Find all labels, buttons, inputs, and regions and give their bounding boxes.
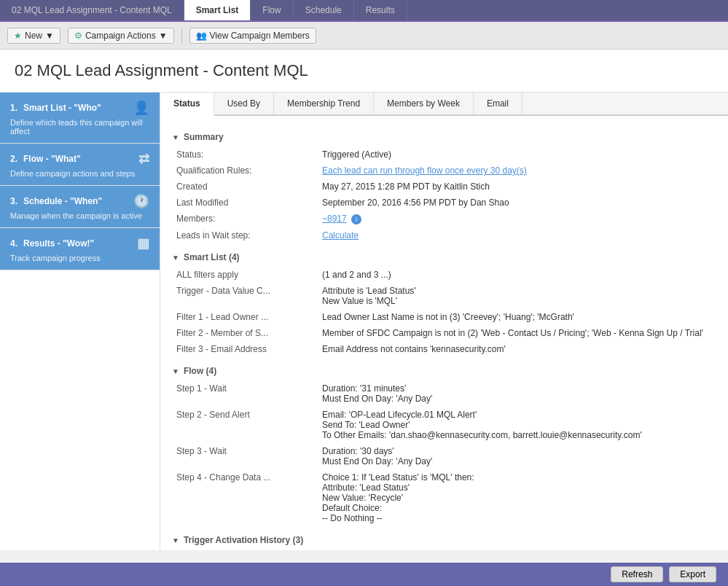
step-2-desc: Define campaign actions and steps <box>10 169 149 178</box>
subtab-members-by-week[interactable]: Members by Week <box>374 93 474 114</box>
trigger-value: Attribute is 'Lead Status' New Value is … <box>318 283 716 309</box>
view-members-button[interactable]: 👥 View Campaign Members <box>189 28 316 44</box>
tab-smart-list[interactable]: Smart List <box>184 0 251 20</box>
flow-table: Step 1 - Wait Duration: '31 minutes' Mus… <box>172 380 716 526</box>
created-value: May 27, 2015 1:28 PM PDT by Kaitlin Stic… <box>318 179 716 195</box>
trigger-history-table: July 8, 2015 1:21 PM P... activated July… <box>172 550 716 550</box>
table-row: Members: ~8917 i <box>172 211 716 227</box>
flow-section-header[interactable]: ▼ Flow (4) <box>172 366 716 376</box>
filter2-label: Filter 2 - Member of S... <box>172 325 318 341</box>
table-row: Step 2 - Send Alert Email: 'OP-Lead Life… <box>172 407 716 443</box>
history-status-1: activated <box>318 550 716 550</box>
table-row: July 8, 2015 1:21 PM P... activated <box>172 550 716 550</box>
summary-content: ▼ Summary Status: Triggered (Active) Qua… <box>160 116 728 550</box>
step-3-number: 3. <box>10 196 17 206</box>
table-row: Filter 2 - Member of S... Member of SFDC… <box>172 325 716 341</box>
table-row: Filter 1 - Lead Owner ... Lead Owner Las… <box>172 309 716 325</box>
members-info-icon[interactable]: i <box>351 214 361 224</box>
table-row: Last Modified September 20, 2016 4:56 PM… <box>172 195 716 211</box>
step1-value: Duration: '31 minutes' Must End On Day: … <box>318 380 716 407</box>
step3-label: Step 3 - Wait <box>172 443 318 469</box>
table-row: Qualification Rules: Each lead can run t… <box>172 163 716 179</box>
filter1-value: Lead Owner Last Name is not in (3) 'Cree… <box>318 309 716 325</box>
flow-icon: ⇄ <box>138 151 149 167</box>
qual-rules-link[interactable]: Each lead can run through flow once ever… <box>322 165 527 176</box>
step4-label: Step 4 - Change Data ... <box>172 469 318 526</box>
qual-rules-label: Qualification Rules: <box>172 163 318 179</box>
last-modified-label: Last Modified <box>172 195 318 211</box>
new-icon: ★ <box>14 31 22 41</box>
step-1-desc: Define which leads this campaign will af… <box>10 118 149 136</box>
sidebar: 1. Smart List - "Who" 👤 Define which lea… <box>0 93 160 550</box>
campaign-actions-button[interactable]: ⚙ Campaign Actions ▼ <box>68 28 174 44</box>
trigger-history-section-header[interactable]: ▼ Trigger Activation History (3) <box>172 535 716 545</box>
subtab-membership-trend[interactable]: Membership Trend <box>274 93 374 114</box>
flow-collapse-icon: ▼ <box>172 367 179 375</box>
toolbar: ★ New ▼ ⚙ Campaign Actions ▼ 👥 View Camp… <box>0 22 728 50</box>
last-modified-value: September 20, 2016 4:56 PM PDT by Dan Sh… <box>318 195 716 211</box>
smart-list-table: ALL filters apply (1 and 2 and 3 ...) Tr… <box>172 267 716 357</box>
window-title-tab[interactable]: 02 MQL Lead Assignment - Content MQL <box>0 0 184 20</box>
campaign-actions-dropdown-icon: ▼ <box>159 31 168 41</box>
filter2-value: Member of SFDC Campaign is not in (2) 'W… <box>318 325 716 341</box>
table-row: Step 4 - Change Data ... Choice 1: If 'L… <box>172 469 716 526</box>
tab-flow[interactable]: Flow <box>251 0 293 20</box>
filter1-label: Filter 1 - Lead Owner ... <box>172 309 318 325</box>
step-1-number: 1. <box>10 103 17 113</box>
sidebar-step-4[interactable]: 4. Results - "Wow!" ▦ Track campaign pro… <box>0 228 160 270</box>
step-4-number: 4. <box>10 238 17 249</box>
step-1-title: Smart List - "Who" <box>23 103 101 113</box>
smart-list-section-header[interactable]: ▼ Smart List (4) <box>172 252 716 262</box>
filter3-value: Email Address not contains 'kennasecurit… <box>318 341 716 357</box>
subtab-status[interactable]: Status <box>160 93 214 116</box>
table-row: Filter 3 - Email Address Email Address n… <box>172 341 716 357</box>
chart-icon: ▦ <box>137 235 149 251</box>
sub-tabs: Status Used By Membership Trend Members … <box>160 93 728 116</box>
table-row: Leads in Wait step: Calculate <box>172 227 716 243</box>
subtab-used-by[interactable]: Used By <box>214 93 274 114</box>
step2-value: Email: 'OP-Lead Lifecycle.01 MQL Alert' … <box>318 407 716 443</box>
sidebar-step-3[interactable]: 3. Schedule - "When" 🕐 Manage when the c… <box>0 186 160 228</box>
status-value: Triggered (Active) <box>318 146 716 163</box>
table-row: Step 1 - Wait Duration: '31 minutes' Mus… <box>172 380 716 407</box>
status-label: Status: <box>172 146 318 163</box>
trigger-label: Trigger - Data Value C... <box>172 283 318 309</box>
step4-value: Choice 1: If 'Lead Status' is 'MQL' then… <box>318 469 716 526</box>
campaign-actions-icon: ⚙ <box>74 31 82 41</box>
summary-section-header[interactable]: ▼ Summary <box>172 132 716 142</box>
trigger-history-collapse-icon: ▼ <box>172 536 179 544</box>
step3-value: Duration: '30 days' Must End On Day: 'An… <box>318 443 716 469</box>
smart-list-collapse-icon: ▼ <box>172 254 179 262</box>
sidebar-step-1[interactable]: 1. Smart List - "Who" 👤 Define which lea… <box>0 93 160 144</box>
leads-wait-value: Calculate <box>318 227 716 243</box>
sidebar-step-2[interactable]: 2. Flow - "What" ⇄ Define campaign actio… <box>0 144 160 186</box>
leads-wait-label: Leads in Wait step: <box>172 227 318 243</box>
table-row: Status: Triggered (Active) <box>172 146 716 163</box>
created-label: Created <box>172 179 318 195</box>
tab-schedule[interactable]: Schedule <box>294 0 354 20</box>
all-filters-label: ALL filters apply <box>172 267 318 283</box>
summary-collapse-icon: ▼ <box>172 133 179 141</box>
step-3-title: Schedule - "When" <box>23 196 102 206</box>
table-row: Created May 27, 2015 1:28 PM PDT by Kait… <box>172 179 716 195</box>
all-filters-value: (1 and 2 and 3 ...) <box>318 267 716 283</box>
new-button[interactable]: ★ New ▼ <box>7 28 60 44</box>
step-4-title: Results - "Wow!" <box>23 238 94 249</box>
members-count-link[interactable]: ~8917 <box>322 214 347 224</box>
step1-label: Step 1 - Wait <box>172 380 318 407</box>
page-title: 02 MQL Lead Assignment - Content MQL <box>15 61 713 80</box>
top-tab-bar: 02 MQL Lead Assignment - Content MQL Sma… <box>0 0 728 22</box>
toolbar-separator <box>181 28 182 43</box>
history-date-1: July 8, 2015 1:21 PM P... <box>172 550 318 550</box>
right-content: Status Used By Membership Trend Members … <box>160 93 728 550</box>
view-members-icon: 👥 <box>196 31 207 41</box>
page-header: 02 MQL Lead Assignment - Content MQL <box>0 50 728 93</box>
subtab-email[interactable]: Email <box>474 93 522 114</box>
table-row: Trigger - Data Value C... Attribute is '… <box>172 283 716 309</box>
calculate-link[interactable]: Calculate <box>322 230 359 241</box>
members-value: ~8917 i <box>318 211 716 227</box>
tab-results[interactable]: Results <box>354 0 407 20</box>
step-2-number: 2. <box>10 154 17 164</box>
table-row: Step 3 - Wait Duration: '30 days' Must E… <box>172 443 716 469</box>
clock-icon: 🕐 <box>133 193 149 209</box>
